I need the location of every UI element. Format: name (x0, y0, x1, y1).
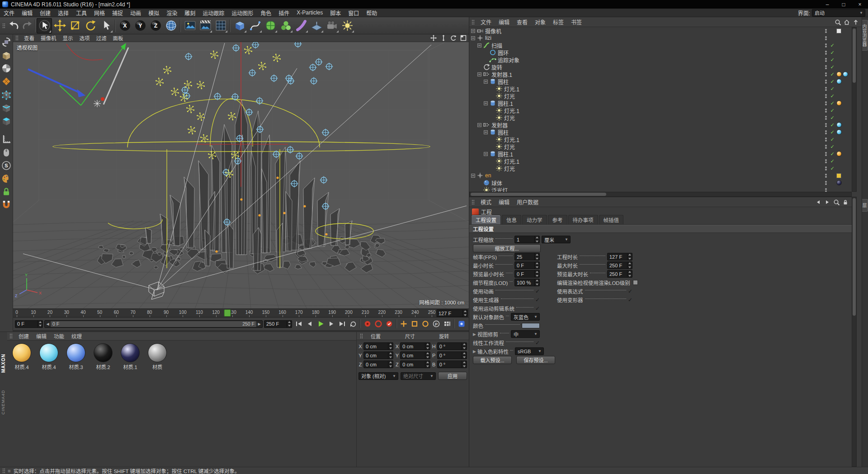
visibility-dots[interactable] (823, 43, 829, 47)
material-thumb-blue[interactable] (836, 129, 842, 135)
status-grip[interactable] (2, 468, 5, 474)
range-end-field[interactable]: 250 F (264, 320, 292, 328)
expand-arrow-icon[interactable]: ▶ (473, 349, 477, 354)
enable-check[interactable]: ✓ (829, 129, 835, 135)
viewport-rotate-icon[interactable] (449, 35, 458, 42)
object-name[interactable]: 旋转 (491, 63, 502, 71)
material-thumb-blue[interactable] (843, 71, 848, 77)
object-row-圆环[interactable]: 圆环✓ (469, 49, 852, 56)
live-selection-button[interactable] (37, 18, 52, 33)
expand-toggle[interactable]: − (477, 43, 481, 47)
object-name[interactable]: 灯光.1 (504, 136, 519, 143)
viewport-zoom-icon[interactable] (439, 35, 448, 42)
expand-toggle[interactable]: − (471, 36, 475, 40)
coord-field-0-X[interactable]: 0 cm (363, 342, 393, 350)
visibility-dots[interactable] (823, 130, 829, 134)
preview-range-slider[interactable]: ◀ 0 F 250 F ▶ (44, 320, 263, 328)
enable-check[interactable]: ✓ (829, 86, 835, 92)
color-swatch[interactable] (522, 323, 540, 328)
dropdown[interactable]: 灰蓝色▼ (511, 313, 540, 321)
search-icon[interactable] (833, 18, 842, 26)
object-row-圆柱.1[interactable]: −圆柱.1✓ (469, 100, 852, 107)
add-cube-button[interactable] (232, 18, 247, 33)
menu-标签[interactable]: 标签 (549, 17, 567, 27)
lock-z-button[interactable]: Z (148, 18, 163, 33)
expand-toggle[interactable]: − (477, 123, 481, 127)
material-2[interactable]: 材质.3 (64, 343, 88, 370)
material-thumb-orange[interactable] (836, 100, 842, 106)
tab-信息[interactable]: 信息 (502, 215, 521, 224)
dock-tab-内容浏览器[interactable]: 内容浏览器 (862, 20, 868, 51)
object-row-en[interactable]: −en (469, 172, 852, 179)
object-row-摄像机[interactable]: −摄像机 (469, 27, 852, 34)
apply-button[interactable]: 应用 (438, 372, 467, 380)
minimize-button[interactable]: – (819, 0, 835, 9)
enable-axis-button[interactable] (0, 146, 13, 158)
object-tree-vscrollbar[interactable] (852, 27, 857, 192)
number-field[interactable]: 1 (514, 236, 540, 243)
object-name[interactable]: 圆柱.1 (498, 100, 513, 107)
object-name[interactable]: 圆环 (498, 49, 509, 57)
add-subdiv-button[interactable] (263, 18, 278, 33)
render-queue-button[interactable] (213, 18, 228, 33)
menu-文件[interactable]: 文件 (0, 8, 18, 18)
visibility-dots[interactable] (823, 116, 829, 120)
object-row-发射器.1[interactable]: −发射器.1✓ (469, 71, 852, 78)
expand-toggle[interactable]: − (471, 29, 475, 33)
move-button[interactable] (52, 18, 67, 33)
visibility-dots[interactable] (823, 137, 829, 142)
toolbar-grip[interactable] (2, 23, 5, 28)
coord-field-1-Z[interactable]: 0 cm (400, 360, 430, 368)
menu-X-Particles[interactable]: X-Particles (293, 9, 326, 17)
object-name[interactable]: 灯光.1 (504, 157, 519, 165)
object-row-圆柱.1[interactable]: −圆柱.1✓ (469, 150, 852, 157)
enable-check[interactable]: ✓ (829, 79, 835, 85)
object-name[interactable]: 泛光灯 (491, 186, 508, 192)
menu-渲染[interactable]: 渲染 (163, 8, 181, 18)
range-right-arrow[interactable]: ▶ (256, 322, 262, 326)
polygons-mode-button[interactable] (0, 114, 13, 127)
menu-角色[interactable]: 角色 (257, 8, 275, 18)
object-name[interactable]: 灯光 (504, 143, 515, 151)
coord-field-0-Z[interactable]: 0 cm (363, 360, 393, 368)
enable-check[interactable]: ✓ (829, 71, 835, 77)
enable-check[interactable]: ✓ (829, 151, 835, 157)
visibility-dots[interactable] (823, 174, 829, 178)
menu-查看[interactable]: 查看 (21, 34, 38, 42)
object-row-灯光.1[interactable]: 灯光.1✓ (469, 157, 852, 165)
enable-check[interactable]: ✓ (829, 144, 835, 150)
home-icon[interactable] (842, 18, 851, 26)
nav-back-icon[interactable] (814, 198, 823, 206)
visibility-dots[interactable] (823, 87, 829, 91)
play-button[interactable] (315, 319, 326, 329)
coord-field-0-Y[interactable]: 0 cm (363, 351, 393, 359)
checkbox-checked[interactable]: ✓ (628, 288, 632, 294)
visibility-dots[interactable] (823, 166, 829, 171)
attribute-section-header[interactable]: 工程设置 (469, 225, 852, 233)
goto-end-button[interactable] (337, 319, 348, 329)
object-name[interactable]: 灯光 (504, 165, 515, 172)
lock-y-button[interactable]: Y (132, 18, 148, 33)
add-floor-button[interactable] (309, 18, 324, 33)
menu-模拟[interactable]: 模拟 (145, 8, 163, 18)
tab-参考[interactable]: 参考 (548, 215, 567, 224)
record-scale-button[interactable] (409, 319, 420, 329)
viewport-grip[interactable] (15, 35, 19, 41)
material-name[interactable]: 材质.3 (69, 363, 83, 370)
record-objects-button[interactable] (362, 319, 373, 329)
material-name[interactable]: 材质 (152, 363, 162, 370)
object-row-灯光.1[interactable]: 灯光.1✓ (469, 107, 852, 114)
object-name[interactable]: 灯光.1 (504, 85, 519, 93)
object-row-灯光.1[interactable]: 灯光.1✓ (469, 136, 852, 143)
menu-查看[interactable]: 查看 (513, 17, 531, 27)
snap-button[interactable] (0, 199, 13, 211)
menu-捕捉[interactable]: 捕捉 (108, 8, 127, 18)
model-mode-button[interactable] (0, 49, 13, 61)
enable-check[interactable]: ✓ (829, 115, 835, 121)
visibility-dots[interactable] (823, 145, 829, 149)
object-row-灯光[interactable]: 灯光✓ (469, 165, 852, 172)
menu-插件[interactable]: 插件 (275, 8, 293, 18)
keyframe-presets-button[interactable] (456, 319, 467, 329)
object-name[interactable]: 扫描 (491, 42, 502, 49)
material-5[interactable]: 材质 (146, 343, 169, 370)
